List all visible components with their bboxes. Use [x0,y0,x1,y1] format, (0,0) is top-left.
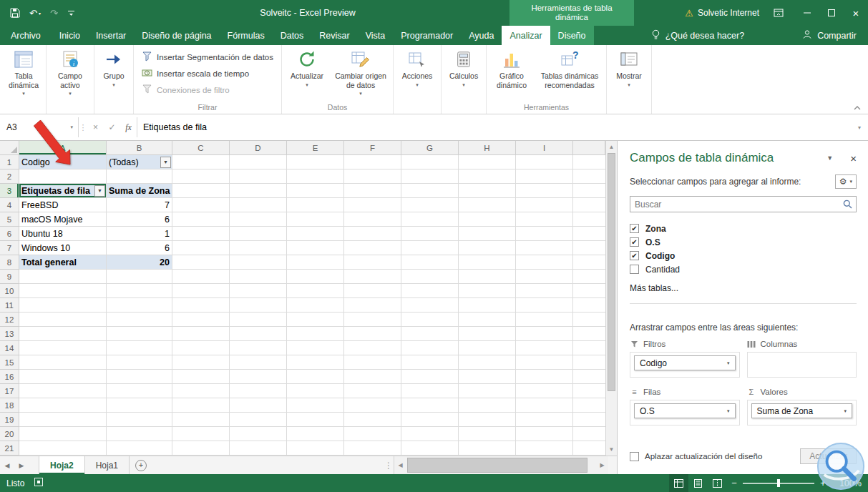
cell-B11[interactable] [107,298,172,313]
tab-inicio[interactable]: Inicio [52,26,88,45]
cell-I7[interactable] [516,241,573,255]
cell-D6[interactable] [230,227,287,241]
cell-A19[interactable] [19,413,107,427]
cell-G17[interactable] [401,384,459,398]
column-header-I[interactable]: I [516,141,573,155]
name-box[interactable]: A3 ▾ [1,117,79,137]
cell-H16[interactable] [459,370,516,384]
field-checkbox-zona[interactable]: ✔ [630,224,639,233]
column-header-H[interactable]: H [459,141,516,155]
cell-A8[interactable]: Total general [19,255,107,270]
cell-E15[interactable] [287,355,344,370]
cell-G1[interactable] [401,155,459,169]
cell-C1[interactable] [172,155,230,169]
cell-C7[interactable] [172,241,230,255]
column-header-C[interactable]: C [172,141,230,155]
cell-G10[interactable] [401,284,459,298]
cell-A5[interactable]: macOS Mojave [19,212,107,227]
scroll-left-icon[interactable]: ◀ [394,456,406,474]
tab-diseno[interactable]: Diseño [550,26,594,45]
tab-vista[interactable]: Vista [358,26,394,45]
page-break-preview-icon[interactable] [708,474,727,492]
tab-insertar[interactable]: Insertar [88,26,134,45]
page-layout-view-icon[interactable] [688,474,708,492]
cell-I21[interactable] [516,441,573,456]
cell-D8[interactable] [230,255,287,270]
cell-G21[interactable] [401,441,459,456]
scroll-right-icon[interactable]: ▶ [596,456,608,474]
scroll-up-icon[interactable]: ▲ [606,141,617,153]
cell-B4[interactable]: 7 [107,198,172,212]
cell-E7[interactable] [287,241,344,255]
cell-G5[interactable] [401,212,459,227]
cell-G14[interactable] [401,341,459,355]
cell-C14[interactable] [172,341,230,355]
cell-D1[interactable] [230,155,287,169]
cell-I19[interactable] [516,413,573,427]
search-input[interactable] [630,196,857,212]
cell-E12[interactable] [287,313,344,327]
row-header-5[interactable]: 5 [0,212,19,227]
area-filas-dropzone[interactable]: O.S▾ [630,400,740,425]
cell-G6[interactable] [401,227,459,241]
cell-F17[interactable] [344,384,401,398]
cell-H14[interactable] [459,341,516,355]
cell-H12[interactable] [459,313,516,327]
cell-A9[interactable] [19,270,107,284]
cell-D21[interactable] [230,441,287,456]
cell-C3[interactable] [172,184,230,198]
zoom-level[interactable]: 100% [834,478,862,488]
cell-F14[interactable] [344,341,401,355]
cell-H1[interactable] [459,155,516,169]
row-header-11[interactable]: 11 [0,298,19,313]
cell-I4[interactable] [516,198,573,212]
pane-options-icon[interactable]: ▼ [826,154,833,162]
sheet-nav-left-icon[interactable]: ◀ [0,456,14,474]
cell-A12[interactable] [19,313,107,327]
vertical-scroll-track[interactable] [606,153,617,443]
tab-ayuda[interactable]: Ayuda [461,26,502,45]
cell-H18[interactable] [459,398,516,413]
column-header-A[interactable]: A [19,141,107,155]
cell-A17[interactable] [19,384,107,398]
cell-A4[interactable]: FreeBSD [19,198,107,212]
cell-A21[interactable] [19,441,107,456]
cell-A15[interactable] [19,355,107,370]
cell-E11[interactable] [287,298,344,313]
row-header-2[interactable]: 2 [0,169,19,184]
field-checkbox-cantidad[interactable] [630,265,639,274]
tab-revisar[interactable]: Revisar [311,26,357,45]
cell-H20[interactable] [459,427,516,441]
recommended-pivot-tables-button[interactable]: ? Tablas dinámicas recomendadas [535,46,604,102]
cell-F9[interactable] [344,270,401,284]
cell-I12[interactable] [516,313,573,327]
tab-bar-splitter[interactable]: ⋮ [384,456,394,474]
row-header-8[interactable]: 8 [0,255,19,270]
cell-F3[interactable] [344,184,401,198]
cell-E21[interactable] [287,441,344,456]
cell-C11[interactable] [172,298,230,313]
cell-G15[interactable] [401,355,459,370]
field-checkbox-codigo[interactable]: ✔ [630,251,639,260]
zoom-slider-handle[interactable] [777,479,780,487]
undo-icon[interactable]: ↶▾ [29,8,41,19]
row-header-16[interactable]: 16 [0,370,19,384]
cell-C20[interactable] [172,427,230,441]
cell-G19[interactable] [401,413,459,427]
cell-A3[interactable]: Etiquetas de fila▼ [19,184,107,198]
cell-H5[interactable] [459,212,516,227]
cell-D14[interactable] [230,341,287,355]
cell-H3[interactable] [459,184,516,198]
cell-D7[interactable] [230,241,287,255]
cell-A7[interactable]: Windows 10 [19,241,107,255]
cell-A18[interactable] [19,398,107,413]
cell-F11[interactable] [344,298,401,313]
cell-F7[interactable] [344,241,401,255]
cell-C18[interactable] [172,398,230,413]
cell-F12[interactable] [344,313,401,327]
cell-I16[interactable] [516,370,573,384]
cell-G13[interactable] [401,327,459,341]
cell-D20[interactable] [230,427,287,441]
cell-B15[interactable] [107,355,172,370]
row-header-21[interactable]: 21 [0,441,19,456]
